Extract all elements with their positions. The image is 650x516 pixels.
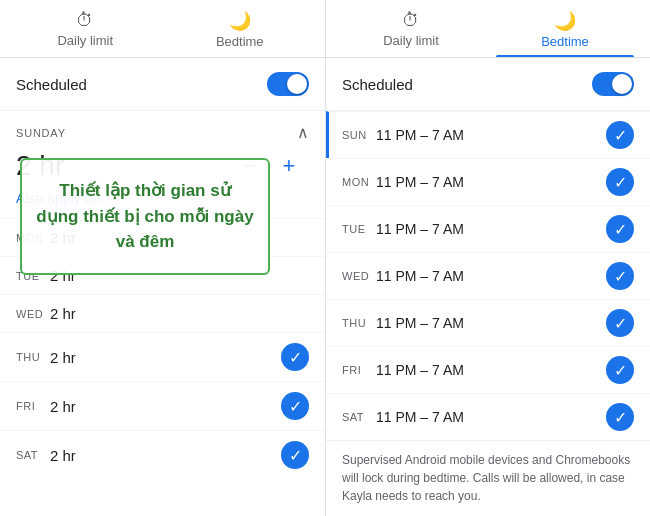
day-abbr-right-sun: SUN	[342, 129, 372, 141]
tab-daily-left[interactable]: ⏱ Daily limit	[8, 0, 163, 57]
sunday-label: SUNDAY	[16, 127, 66, 139]
left-panel: ⏱ Daily limit 🌙 Bedtime Scheduled SUNDAY…	[0, 0, 325, 516]
check-sat: ✓	[281, 441, 309, 469]
day-abbr-right-sat: SAT	[342, 411, 372, 423]
day-abbr-right-fri: FRI	[342, 364, 372, 376]
tab-bedtime-right[interactable]: 🌙 Bedtime	[488, 0, 642, 57]
day-value-sat: 2 hr	[50, 447, 281, 464]
scheduled-row-left: Scheduled	[0, 58, 325, 111]
overlay-annotation: Thiết lập thời gian sử dụng thiết bị cho…	[20, 158, 270, 275]
day-row-right-thu: THU 11 PM – 7 AM ✓	[326, 299, 650, 346]
day-row-right-sat: SAT 11 PM – 7 AM ✓	[326, 393, 650, 440]
day-abbr-right-mon: MON	[342, 176, 372, 188]
day-abbr-right-wed: WED	[342, 270, 372, 282]
check-thu: ✓	[281, 343, 309, 371]
day-time-fri: 11 PM – 7 AM	[376, 362, 606, 378]
tab-bedtime-label-right: Bedtime	[541, 34, 589, 49]
day-row-thu: THU 2 hr ✓	[0, 332, 325, 381]
tab-bedtime-label-left: Bedtime	[216, 34, 264, 49]
day-abbr-sat: SAT	[16, 449, 46, 461]
day-value-fri: 2 hr	[50, 398, 281, 415]
day-time-sat: 11 PM – 7 AM	[376, 409, 606, 425]
tab-daily-right[interactable]: ⏱ Daily limit	[334, 0, 488, 57]
day-row-sat: SAT 2 hr ✓	[0, 430, 325, 479]
timer-icon-left: ⏱	[76, 10, 94, 31]
day-row-right-wed: WED 11 PM – 7 AM ✓	[326, 252, 650, 299]
footer-note: Supervised Android mobile devices and Ch…	[326, 440, 650, 515]
day-abbr-fri: FRI	[16, 400, 46, 412]
check-right-thu: ✓	[606, 309, 634, 337]
timer-icon-right: ⏱	[402, 10, 420, 31]
day-value-thu: 2 hr	[50, 349, 281, 366]
scheduled-toggle-left[interactable]	[267, 72, 309, 96]
left-tabs: ⏱ Daily limit 🌙 Bedtime	[0, 0, 325, 58]
day-row-right-fri: FRI 11 PM – 7 AM ✓	[326, 346, 650, 393]
check-right-sun: ✓	[606, 121, 634, 149]
day-abbr-wed: WED	[16, 308, 46, 320]
overlay-text: Thiết lập thời gian sử dụng thiết bị cho…	[36, 181, 253, 251]
day-abbr-right-tue: TUE	[342, 223, 372, 235]
day-time-mon: 11 PM – 7 AM	[376, 174, 606, 190]
day-time-thu: 11 PM – 7 AM	[376, 315, 606, 331]
day-row-right-mon: MON 11 PM – 7 AM ✓	[326, 158, 650, 205]
chevron-up-icon[interactable]: ∧	[297, 123, 309, 142]
day-row-right-sun: SUN 11 PM – 7 AM ✓	[326, 111, 650, 158]
check-right-fri: ✓	[606, 356, 634, 384]
right-tabs: ⏱ Daily limit 🌙 Bedtime	[326, 0, 650, 58]
day-row-fri: FRI 2 hr ✓	[0, 381, 325, 430]
day-time-tue: 11 PM – 7 AM	[376, 221, 606, 237]
tab-bedtime-left[interactable]: 🌙 Bedtime	[163, 0, 318, 57]
day-abbr-right-thu: THU	[342, 317, 372, 329]
day-abbr-thu: THU	[16, 351, 46, 363]
day-row-wed: WED 2 hr	[0, 294, 325, 332]
moon-icon-right: 🌙	[554, 10, 576, 32]
right-panel: ⏱ Daily limit 🌙 Bedtime Scheduled SUN 11…	[325, 0, 650, 516]
tab-daily-label-left: Daily limit	[57, 33, 113, 48]
day-time-sun: 11 PM – 7 AM	[376, 127, 606, 143]
scheduled-label-left: Scheduled	[16, 76, 87, 93]
scheduled-label-right: Scheduled	[342, 76, 413, 93]
tab-daily-label-right: Daily limit	[383, 33, 439, 48]
check-right-tue: ✓	[606, 215, 634, 243]
increase-button[interactable]: +	[273, 150, 305, 182]
sunday-header: SUNDAY ∧	[0, 111, 325, 146]
check-right-sat: ✓	[606, 403, 634, 431]
check-fri: ✓	[281, 392, 309, 420]
day-time-wed: 11 PM – 7 AM	[376, 268, 606, 284]
day-value-wed: 2 hr	[50, 305, 309, 322]
day-row-right-tue: TUE 11 PM – 7 AM ✓	[326, 205, 650, 252]
scheduled-row-right: Scheduled	[326, 58, 650, 111]
scheduled-toggle-right[interactable]	[592, 72, 634, 96]
check-right-wed: ✓	[606, 262, 634, 290]
check-right-mon: ✓	[606, 168, 634, 196]
moon-icon-left: 🌙	[229, 10, 251, 32]
